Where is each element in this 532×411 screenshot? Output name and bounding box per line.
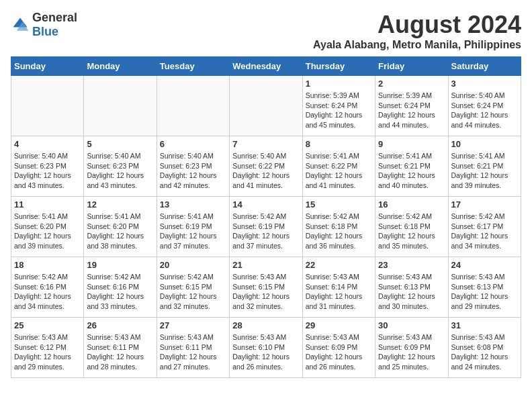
calendar-cell: 27Sunrise: 5:43 AM Sunset: 6:11 PM Dayli… — [157, 318, 229, 378]
week-row-2: 4Sunrise: 5:40 AM Sunset: 6:23 PM Daylig… — [11, 136, 521, 197]
day-number: 6 — [160, 139, 226, 149]
day-info: Sunrise: 5:42 AM Sunset: 6:15 PM Dayligh… — [160, 272, 226, 312]
day-info: Sunrise: 5:43 AM Sunset: 6:08 PM Dayligh… — [451, 332, 518, 372]
day-info: Sunrise: 5:43 AM Sunset: 6:11 PM Dayligh… — [87, 332, 153, 372]
week-row-3: 11Sunrise: 5:41 AM Sunset: 6:20 PM Dayli… — [11, 197, 521, 257]
day-number: 19 — [87, 260, 153, 270]
calendar-cell: 22Sunrise: 5:43 AM Sunset: 6:14 PM Dayli… — [302, 257, 375, 318]
day-number: 28 — [232, 320, 299, 330]
calendar-cell: 16Sunrise: 5:42 AM Sunset: 6:18 PM Dayli… — [375, 197, 448, 257]
calendar-cell: 5Sunrise: 5:40 AM Sunset: 6:23 PM Daylig… — [84, 136, 157, 197]
day-info: Sunrise: 5:43 AM Sunset: 6:09 PM Dayligh… — [378, 332, 445, 372]
day-number: 23 — [378, 260, 445, 270]
subtitle: Ayala Alabang, Metro Manila, Philippines — [313, 39, 521, 51]
calendar-cell: 31Sunrise: 5:43 AM Sunset: 6:08 PM Dayli… — [448, 318, 521, 378]
day-number: 8 — [306, 139, 372, 149]
day-number: 2 — [378, 79, 445, 89]
calendar-cell: 15Sunrise: 5:42 AM Sunset: 6:18 PM Dayli… — [302, 197, 375, 257]
day-info: Sunrise: 5:42 AM Sunset: 6:16 PM Dayligh… — [87, 272, 153, 312]
day-info: Sunrise: 5:39 AM Sunset: 6:24 PM Dayligh… — [378, 91, 445, 130]
calendar-cell: 28Sunrise: 5:43 AM Sunset: 6:10 PM Dayli… — [230, 318, 302, 378]
main-title: August 2024 — [313, 11, 521, 39]
calendar-cell: 26Sunrise: 5:43 AM Sunset: 6:11 PM Dayli… — [84, 318, 157, 378]
calendar-cell: 9Sunrise: 5:41 AM Sunset: 6:21 PM Daylig… — [375, 136, 448, 197]
calendar-cell: 2Sunrise: 5:39 AM Sunset: 6:24 PM Daylig… — [375, 76, 448, 136]
calendar-cell: 4Sunrise: 5:40 AM Sunset: 6:23 PM Daylig… — [11, 136, 84, 197]
header: General Blue August 2024 Ayala Alabang, … — [11, 11, 521, 51]
calendar-cell: 10Sunrise: 5:41 AM Sunset: 6:21 PM Dayli… — [448, 136, 521, 197]
weekday-header-wednesday: Wednesday — [230, 57, 302, 76]
logo: General Blue — [11, 11, 77, 39]
day-info: Sunrise: 5:41 AM Sunset: 6:19 PM Dayligh… — [160, 212, 226, 251]
day-number: 17 — [451, 199, 518, 210]
weekday-header-saturday: Saturday — [448, 57, 521, 76]
day-number: 13 — [160, 199, 226, 210]
day-info: Sunrise: 5:41 AM Sunset: 6:22 PM Dayligh… — [306, 151, 372, 191]
calendar-cell: 17Sunrise: 5:42 AM Sunset: 6:17 PM Dayli… — [448, 197, 521, 257]
weekday-header-thursday: Thursday — [302, 57, 375, 76]
day-number: 31 — [451, 320, 518, 330]
day-number: 20 — [160, 260, 226, 270]
day-info: Sunrise: 5:43 AM Sunset: 6:14 PM Dayligh… — [306, 272, 372, 312]
day-info: Sunrise: 5:42 AM Sunset: 6:16 PM Dayligh… — [14, 272, 81, 312]
day-number: 5 — [87, 139, 153, 149]
calendar-cell: 23Sunrise: 5:43 AM Sunset: 6:13 PM Dayli… — [375, 257, 448, 318]
calendar-cell: 29Sunrise: 5:43 AM Sunset: 6:09 PM Dayli… — [302, 318, 375, 378]
day-info: Sunrise: 5:39 AM Sunset: 6:24 PM Dayligh… — [306, 91, 372, 130]
day-info: Sunrise: 5:40 AM Sunset: 6:23 PM Dayligh… — [160, 151, 226, 191]
calendar-cell: 19Sunrise: 5:42 AM Sunset: 6:16 PM Dayli… — [84, 257, 157, 318]
day-info: Sunrise: 5:43 AM Sunset: 6:13 PM Dayligh… — [378, 272, 445, 312]
day-info: Sunrise: 5:42 AM Sunset: 6:18 PM Dayligh… — [378, 212, 445, 251]
day-number: 30 — [378, 320, 445, 330]
logo-blue: Blue — [32, 25, 58, 38]
day-info: Sunrise: 5:42 AM Sunset: 6:17 PM Dayligh… — [451, 212, 518, 251]
calendar-cell: 6Sunrise: 5:40 AM Sunset: 6:23 PM Daylig… — [157, 136, 229, 197]
day-info: Sunrise: 5:42 AM Sunset: 6:19 PM Dayligh… — [232, 212, 299, 251]
day-info: Sunrise: 5:43 AM Sunset: 6:15 PM Dayligh… — [232, 272, 299, 312]
day-info: Sunrise: 5:40 AM Sunset: 6:24 PM Dayligh… — [451, 91, 518, 130]
calendar-cell: 30Sunrise: 5:43 AM Sunset: 6:09 PM Dayli… — [375, 318, 448, 378]
day-number: 4 — [14, 139, 81, 149]
day-info: Sunrise: 5:41 AM Sunset: 6:21 PM Dayligh… — [451, 151, 518, 191]
week-row-4: 18Sunrise: 5:42 AM Sunset: 6:16 PM Dayli… — [11, 257, 521, 318]
logo-general: General — [32, 11, 77, 24]
day-number: 25 — [14, 320, 81, 330]
weekday-header-monday: Monday — [84, 57, 157, 76]
day-number: 1 — [306, 79, 372, 89]
calendar-cell: 13Sunrise: 5:41 AM Sunset: 6:19 PM Dayli… — [157, 197, 229, 257]
day-info: Sunrise: 5:43 AM Sunset: 6:09 PM Dayligh… — [306, 332, 372, 372]
day-info: Sunrise: 5:41 AM Sunset: 6:20 PM Dayligh… — [87, 212, 153, 251]
day-info: Sunrise: 5:41 AM Sunset: 6:20 PM Dayligh… — [14, 212, 81, 251]
day-number: 24 — [451, 260, 518, 270]
day-number: 22 — [306, 260, 372, 270]
calendar-cell: 1Sunrise: 5:39 AM Sunset: 6:24 PM Daylig… — [302, 76, 375, 136]
calendar-cell — [230, 76, 302, 136]
calendar-cell: 12Sunrise: 5:41 AM Sunset: 6:20 PM Dayli… — [84, 197, 157, 257]
day-number: 26 — [87, 320, 153, 330]
day-number: 21 — [232, 260, 299, 270]
calendar-cell: 18Sunrise: 5:42 AM Sunset: 6:16 PM Dayli… — [11, 257, 84, 318]
weekday-header-sunday: Sunday — [11, 57, 84, 76]
day-number: 16 — [378, 199, 445, 210]
calendar-cell: 3Sunrise: 5:40 AM Sunset: 6:24 PM Daylig… — [448, 76, 521, 136]
day-number: 7 — [232, 139, 299, 149]
calendar-cell: 24Sunrise: 5:43 AM Sunset: 6:13 PM Dayli… — [448, 257, 521, 318]
calendar-cell: 7Sunrise: 5:40 AM Sunset: 6:22 PM Daylig… — [230, 136, 302, 197]
calendar-cell: 11Sunrise: 5:41 AM Sunset: 6:20 PM Dayli… — [11, 197, 84, 257]
day-number: 15 — [306, 199, 372, 210]
day-number: 18 — [14, 260, 81, 270]
calendar-cell: 25Sunrise: 5:43 AM Sunset: 6:12 PM Dayli… — [11, 318, 84, 378]
calendar-cell: 14Sunrise: 5:42 AM Sunset: 6:19 PM Dayli… — [230, 197, 302, 257]
day-number: 10 — [451, 139, 518, 149]
weekday-header-tuesday: Tuesday — [157, 57, 229, 76]
day-number: 27 — [160, 320, 226, 330]
calendar-cell: 21Sunrise: 5:43 AM Sunset: 6:15 PM Dayli… — [230, 257, 302, 318]
calendar: SundayMondayTuesdayWednesdayThursdayFrid… — [11, 56, 521, 378]
calendar-cell — [84, 76, 157, 136]
day-number: 3 — [451, 79, 518, 89]
day-info: Sunrise: 5:40 AM Sunset: 6:22 PM Dayligh… — [232, 151, 299, 191]
day-info: Sunrise: 5:43 AM Sunset: 6:12 PM Dayligh… — [14, 332, 81, 372]
day-info: Sunrise: 5:43 AM Sunset: 6:13 PM Dayligh… — [451, 272, 518, 312]
calendar-cell: 20Sunrise: 5:42 AM Sunset: 6:15 PM Dayli… — [157, 257, 229, 318]
day-info: Sunrise: 5:40 AM Sunset: 6:23 PM Dayligh… — [14, 151, 81, 191]
